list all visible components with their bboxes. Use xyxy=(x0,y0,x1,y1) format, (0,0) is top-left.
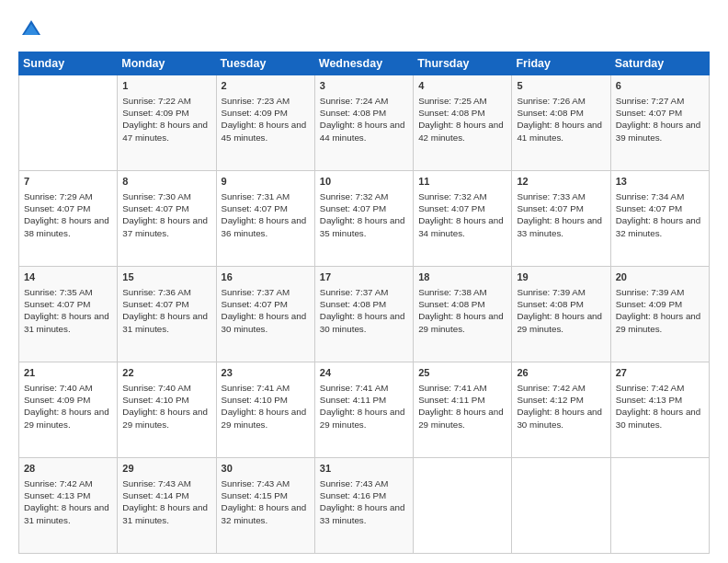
calendar-cell: 17Sunrise: 7:37 AMSunset: 4:08 PMDayligh… xyxy=(314,267,413,362)
day-number: 17 xyxy=(320,270,408,284)
sunrise-text: Sunrise: 7:22 AM xyxy=(122,96,191,106)
daylight-text: Daylight: 8 hours and 45 minutes. xyxy=(222,120,307,142)
calendar-cell xyxy=(610,458,709,554)
daylight-text: Daylight: 8 hours and 30 minutes. xyxy=(320,311,405,333)
day-number: 3 xyxy=(320,79,408,93)
calendar-cell: 7Sunrise: 7:29 AMSunset: 4:07 PMDaylight… xyxy=(19,171,118,267)
day-number: 12 xyxy=(517,175,605,189)
sunset-text: Sunset: 4:12 PM xyxy=(517,395,583,405)
sunset-text: Sunset: 4:07 PM xyxy=(24,299,90,309)
day-number: 30 xyxy=(222,462,310,476)
calendar-cell: 28Sunrise: 7:42 AMSunset: 4:13 PMDayligh… xyxy=(19,458,118,554)
daylight-text: Daylight: 8 hours and 31 minutes. xyxy=(24,502,109,524)
sunrise-text: Sunrise: 7:30 AM xyxy=(122,191,191,201)
sunset-text: Sunset: 4:15 PM xyxy=(222,490,288,500)
sunrise-text: Sunrise: 7:26 AM xyxy=(517,96,586,106)
day-number: 28 xyxy=(24,462,112,476)
day-number: 19 xyxy=(517,270,605,284)
daylight-text: Daylight: 8 hours and 41 minutes. xyxy=(517,120,602,142)
calendar-cell xyxy=(19,75,118,171)
sunset-text: Sunset: 4:16 PM xyxy=(320,490,386,500)
day-number: 27 xyxy=(616,366,704,380)
sunset-text: Sunset: 4:08 PM xyxy=(418,299,484,309)
calendar-cell: 15Sunrise: 7:36 AMSunset: 4:07 PMDayligh… xyxy=(118,267,216,362)
sunrise-text: Sunrise: 7:39 AM xyxy=(517,287,586,297)
day-number: 15 xyxy=(122,270,210,284)
sunset-text: Sunset: 4:07 PM xyxy=(24,203,90,213)
day-number: 9 xyxy=(222,175,310,189)
header xyxy=(18,17,710,42)
week-row-1: 7Sunrise: 7:29 AMSunset: 4:07 PMDaylight… xyxy=(19,171,710,267)
calendar-cell: 25Sunrise: 7:41 AMSunset: 4:11 PMDayligh… xyxy=(414,362,512,458)
sunset-text: Sunset: 4:11 PM xyxy=(320,395,386,405)
sunset-text: Sunset: 4:09 PM xyxy=(616,299,682,309)
daylight-text: Daylight: 8 hours and 29 minutes. xyxy=(418,407,504,429)
sunrise-text: Sunrise: 7:40 AM xyxy=(122,383,191,393)
sunrise-text: Sunrise: 7:43 AM xyxy=(320,478,389,488)
daylight-text: Daylight: 8 hours and 42 minutes. xyxy=(418,120,504,142)
sunrise-text: Sunrise: 7:41 AM xyxy=(418,383,487,393)
calendar-cell: 11Sunrise: 7:32 AMSunset: 4:07 PMDayligh… xyxy=(414,171,512,267)
calendar-cell: 4Sunrise: 7:25 AMSunset: 4:08 PMDaylight… xyxy=(414,75,512,171)
sunset-text: Sunset: 4:11 PM xyxy=(418,395,484,405)
calendar-cell: 2Sunrise: 7:23 AMSunset: 4:09 PMDaylight… xyxy=(216,75,314,171)
daylight-text: Daylight: 8 hours and 47 minutes. xyxy=(122,120,208,142)
day-number: 13 xyxy=(616,175,704,189)
daylight-text: Daylight: 8 hours and 34 minutes. xyxy=(418,215,504,237)
sunrise-text: Sunrise: 7:37 AM xyxy=(320,287,389,297)
sunset-text: Sunset: 4:08 PM xyxy=(517,108,583,118)
sunset-text: Sunset: 4:07 PM xyxy=(616,108,682,118)
daylight-text: Daylight: 8 hours and 32 minutes. xyxy=(222,502,307,524)
col-header-tuesday: Tuesday xyxy=(216,52,314,75)
calendar-cell: 20Sunrise: 7:39 AMSunset: 4:09 PMDayligh… xyxy=(610,267,709,362)
daylight-text: Daylight: 8 hours and 29 minutes. xyxy=(122,407,208,429)
sunrise-text: Sunrise: 7:41 AM xyxy=(222,383,290,393)
calendar-cell: 10Sunrise: 7:32 AMSunset: 4:07 PMDayligh… xyxy=(314,171,413,267)
col-header-thursday: Thursday xyxy=(414,52,512,75)
sunrise-text: Sunrise: 7:40 AM xyxy=(24,383,93,393)
week-row-0: 1Sunrise: 7:22 AMSunset: 4:09 PMDaylight… xyxy=(19,75,710,171)
day-number: 10 xyxy=(320,175,408,189)
sunset-text: Sunset: 4:08 PM xyxy=(418,108,484,118)
week-row-4: 28Sunrise: 7:42 AMSunset: 4:13 PMDayligh… xyxy=(19,458,710,554)
sunset-text: Sunset: 4:07 PM xyxy=(616,203,682,213)
calendar-cell: 6Sunrise: 7:27 AMSunset: 4:07 PMDaylight… xyxy=(610,75,709,171)
calendar-cell: 12Sunrise: 7:33 AMSunset: 4:07 PMDayligh… xyxy=(512,171,610,267)
sunrise-text: Sunrise: 7:32 AM xyxy=(418,191,487,201)
sunrise-text: Sunrise: 7:34 AM xyxy=(616,191,685,201)
calendar-cell: 14Sunrise: 7:35 AMSunset: 4:07 PMDayligh… xyxy=(19,267,118,362)
calendar-cell: 27Sunrise: 7:42 AMSunset: 4:13 PMDayligh… xyxy=(610,362,709,458)
daylight-text: Daylight: 8 hours and 36 minutes. xyxy=(222,215,307,237)
sunset-text: Sunset: 4:08 PM xyxy=(320,108,386,118)
day-number: 29 xyxy=(122,462,210,476)
day-number: 5 xyxy=(517,79,605,93)
calendar-cell xyxy=(512,458,610,554)
page: SundayMondayTuesdayWednesdayThursdayFrid… xyxy=(0,0,728,563)
day-number: 8 xyxy=(122,175,210,189)
week-row-3: 21Sunrise: 7:40 AMSunset: 4:09 PMDayligh… xyxy=(19,362,710,458)
day-number: 21 xyxy=(24,366,112,380)
sunset-text: Sunset: 4:09 PM xyxy=(24,395,90,405)
sunrise-text: Sunrise: 7:37 AM xyxy=(222,287,290,297)
sunset-text: Sunset: 4:10 PM xyxy=(122,395,188,405)
daylight-text: Daylight: 8 hours and 37 minutes. xyxy=(122,215,208,237)
col-header-friday: Friday xyxy=(512,52,610,75)
sunrise-text: Sunrise: 7:27 AM xyxy=(616,96,685,106)
col-header-saturday: Saturday xyxy=(610,52,709,75)
daylight-text: Daylight: 8 hours and 31 minutes. xyxy=(122,311,208,333)
sunrise-text: Sunrise: 7:24 AM xyxy=(320,96,389,106)
sunset-text: Sunset: 4:08 PM xyxy=(320,299,386,309)
sunset-text: Sunset: 4:07 PM xyxy=(418,203,484,213)
calendar-cell: 16Sunrise: 7:37 AMSunset: 4:07 PMDayligh… xyxy=(216,267,314,362)
sunrise-text: Sunrise: 7:42 AM xyxy=(24,478,93,488)
calendar-cell xyxy=(414,458,512,554)
header-row: SundayMondayTuesdayWednesdayThursdayFrid… xyxy=(19,52,710,75)
daylight-text: Daylight: 8 hours and 31 minutes. xyxy=(122,502,208,524)
sunrise-text: Sunrise: 7:39 AM xyxy=(616,287,685,297)
col-header-monday: Monday xyxy=(118,52,216,75)
day-number: 1 xyxy=(122,79,210,93)
calendar-cell: 21Sunrise: 7:40 AMSunset: 4:09 PMDayligh… xyxy=(19,362,118,458)
sunrise-text: Sunrise: 7:43 AM xyxy=(222,478,290,488)
calendar-cell: 5Sunrise: 7:26 AMSunset: 4:08 PMDaylight… xyxy=(512,75,610,171)
calendar-cell: 9Sunrise: 7:31 AMSunset: 4:07 PMDaylight… xyxy=(216,171,314,267)
